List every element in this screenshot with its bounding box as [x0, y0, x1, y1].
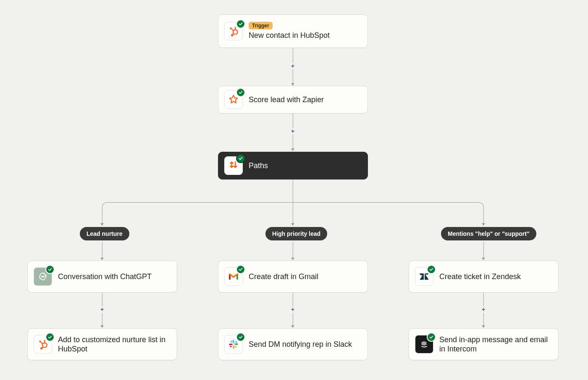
status-check-icon — [236, 265, 245, 274]
path-label-mentions[interactable]: Mentions "help" or "support" — [441, 227, 536, 240]
step-title: New contact in HubSpot — [249, 31, 330, 40]
add-step-plus[interactable]: + — [99, 306, 105, 312]
svg-point-19 — [236, 341, 237, 343]
add-step-plus[interactable]: + — [290, 63, 296, 69]
action-step-intercom[interactable]: Send in-app message and email in Interco… — [409, 328, 559, 360]
svg-rect-15 — [234, 343, 238, 345]
trigger-step[interactable]: Trigger New contact in HubSpot — [218, 14, 368, 48]
status-check-icon — [236, 332, 245, 342]
action-step-zendesk[interactable]: Create ticket in Zendesk — [409, 261, 559, 293]
add-step-plus[interactable]: + — [290, 306, 296, 312]
step-title: Score lead with Zapier — [249, 95, 324, 105]
step-title: Send in-app message and email in Interco… — [439, 335, 552, 354]
svg-rect-16 — [233, 345, 234, 349]
svg-point-4 — [235, 27, 236, 28]
action-step-chatgpt[interactable]: Conversation with ChatGPT — [27, 261, 177, 293]
action-step-slack[interactable]: Send DM notifying rep in Slack — [218, 328, 368, 360]
status-check-icon — [236, 88, 245, 97]
svg-point-20 — [235, 346, 237, 348]
step-title: Create draft in Gmail — [249, 272, 318, 282]
status-check-icon — [427, 332, 436, 342]
svg-point-0 — [230, 27, 231, 29]
status-check-icon — [45, 332, 55, 342]
svg-rect-14 — [233, 340, 234, 343]
status-check-icon — [427, 265, 436, 274]
paths-step[interactable]: Paths — [218, 152, 368, 179]
status-check-icon — [236, 154, 245, 163]
step-title: Conversation with ChatGPT — [58, 272, 152, 282]
svg-point-6 — [231, 34, 233, 36]
svg-point-21 — [230, 346, 232, 348]
action-step-gmail[interactable]: Create draft in Gmail — [218, 261, 368, 293]
step-title: Create ticket in Zendesk — [439, 272, 521, 282]
svg-point-11 — [44, 340, 45, 341]
add-step-plus[interactable]: + — [480, 306, 486, 312]
svg-line-2 — [231, 29, 234, 31]
status-check-icon — [236, 19, 245, 29]
svg-line-9 — [41, 342, 43, 344]
trigger-tag: Trigger — [249, 22, 273, 29]
add-step-plus[interactable]: + — [290, 128, 296, 134]
action-step-hubspot-list[interactable]: Add to customized nurture list in HubSpo… — [27, 328, 177, 360]
path-label-priority[interactable]: High priority lead — [265, 227, 327, 240]
svg-point-7 — [39, 340, 41, 342]
step-title: Add to customized nurture list in HubSpo… — [58, 335, 171, 354]
path-label-nurture[interactable]: Lead nurture — [80, 227, 129, 240]
step-title: Send DM notifying rep in Slack — [249, 340, 352, 349]
action-step-score[interactable]: Score lead with Zapier — [218, 86, 368, 113]
svg-rect-17 — [229, 343, 233, 345]
workflow-canvas[interactable]: + + + + + Trigger New — [0, 0, 588, 380]
svg-point-13 — [41, 348, 42, 349]
step-title: Paths — [249, 161, 268, 171]
status-check-icon — [45, 265, 55, 274]
svg-point-18 — [231, 341, 232, 343]
